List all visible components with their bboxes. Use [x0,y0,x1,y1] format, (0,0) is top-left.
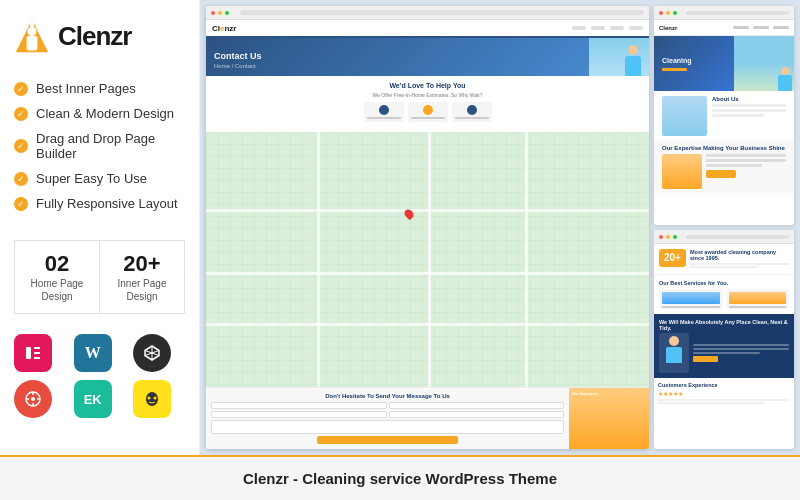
services-grid [659,289,789,309]
list-item: ✓ Best Inner Pages [14,76,185,101]
screenshot-about-page: Clenzr Cleaning [654,6,794,225]
make-clean-section: We Will Make Absolutely Any Place Clean,… [654,314,794,378]
hero-image [734,36,794,91]
cta-button[interactable] [706,170,736,178]
form-field[interactable] [389,402,565,409]
form-field[interactable] [211,402,387,409]
check-icon: ✓ [14,197,28,211]
screenshot-body: Clenzr Contact Us [206,20,649,449]
brand-logo-icon [14,18,50,54]
help-card-icon [467,105,477,115]
stat-number: 20+ [108,251,176,277]
contact-form: Don't Hesitate To Send Your Message To U… [206,388,569,449]
left-panel: Clenzr ✓ Best Inner Pages ✓ Clean & Mode… [0,0,200,455]
about-title: About Us [712,96,786,102]
svg-rect-3 [30,21,34,32]
stat-label: Inner PageDesign [108,277,176,303]
nav-link [572,26,586,30]
service-item [659,289,723,309]
help-title: We'd Love To Help You [214,82,641,89]
help-cards [214,102,641,122]
check-icon: ✓ [14,139,28,153]
service-image [729,292,787,304]
help-card-icon [379,105,389,115]
help-subtitle: We Offer Free-In-Home Estimates. So Why … [214,92,641,98]
svg-point-19 [148,397,151,400]
feature-label: Drag and Drop Page Builder [36,131,185,161]
help-card-label [455,117,489,119]
hero-image [589,38,649,76]
hero-title: Cleaning [662,56,692,65]
plugin-codepen-icon [133,334,171,372]
service-label [729,306,787,308]
about-section: About Us [654,91,794,141]
nav-link [591,26,605,30]
nav-item [753,26,769,29]
feature-label: Fully Responsive Layout [36,196,178,211]
cta-button[interactable] [693,356,718,362]
expertise-image [662,154,702,189]
about-paragraph [712,104,786,107]
list-item: ✓ Fully Responsive Layout [14,191,185,216]
make-clean-text [693,344,789,362]
nav-logo: Clenzr [212,24,236,33]
svg-rect-5 [34,347,40,349]
svg-point-13 [31,397,35,401]
side-image: Our Expertise [569,388,649,449]
logo-area: Clenzr [14,18,185,54]
nav-link [629,26,643,30]
browser-dot-green [673,235,677,239]
expertise-title: Our Expertise Making Your Business Shine [662,145,786,151]
check-icon: ✓ [14,107,28,121]
customers-section: Customers Experience ★★★★★ [654,378,794,409]
form-textarea[interactable] [211,420,564,434]
browser-dot-yellow [666,235,670,239]
list-item: ✓ Drag and Drop Page Builder [14,126,185,166]
screenshots-panel: Clenzr Contact Us [200,0,800,455]
make-clean-title: We Will Make Absolutely Any Place Clean,… [659,319,789,331]
browser-dot-red [211,11,215,15]
review-line [658,399,790,401]
browser-dot-yellow [218,11,222,15]
stats-row: 02 Home PageDesign 20+ Inner PageDesign [14,240,185,314]
stat-label: Home PageDesign [23,277,91,303]
main-container: Clenzr ✓ Best Inner Pages ✓ Clean & Mode… [0,0,800,500]
rating-stars: ★★★★★ [658,390,790,397]
plugin-elementor-icon [14,334,52,372]
expertise-label: Our Expertise [569,388,649,399]
award-paragraph [690,266,759,268]
hero-section: Contact Us Home / Contact [206,38,649,76]
brand-name: Clenzr [58,21,131,52]
form-field[interactable] [211,411,387,418]
about-paragraph [712,114,764,117]
form-fields [211,402,564,418]
feature-label: Clean & Modern Design [36,106,174,121]
expertise-content [662,154,786,189]
svg-rect-1 [27,36,38,50]
screenshot-contact-page: Clenzr Contact Us [206,6,649,449]
text-line [693,348,789,350]
about-image [662,96,707,136]
contact-form-section: Don't Hesitate To Send Your Message To U… [206,387,649,449]
nav-items [733,26,789,29]
form-field[interactable] [389,411,565,418]
stat-inner-pages: 20+ Inner PageDesign [99,240,185,314]
list-item: ✓ Super Easy To Use [14,166,185,191]
form-submit-button[interactable] [317,436,458,444]
list-item: ✓ Clean & Modern Design [14,101,185,126]
screenshot-content: 20+ Most awarded cleaning company since … [654,244,794,449]
text-line [693,352,760,354]
feature-label: Best Inner Pages [36,81,136,96]
svg-rect-7 [34,357,40,359]
map-road [525,132,528,387]
screenshot-services-page: 20+ Most awarded cleaning company since … [654,230,794,449]
browser-bar [654,6,794,20]
plugin-icons: W EK [14,334,185,418]
footer-title: Clenzr - Cleaning service WordPress Them… [243,470,557,487]
hero-content: Cleaning [662,56,692,71]
browser-bar [654,230,794,244]
browser-dot-green [225,11,229,15]
hero-section: Cleaning [654,36,794,91]
help-card-label [367,117,401,119]
nav-links [572,26,643,30]
